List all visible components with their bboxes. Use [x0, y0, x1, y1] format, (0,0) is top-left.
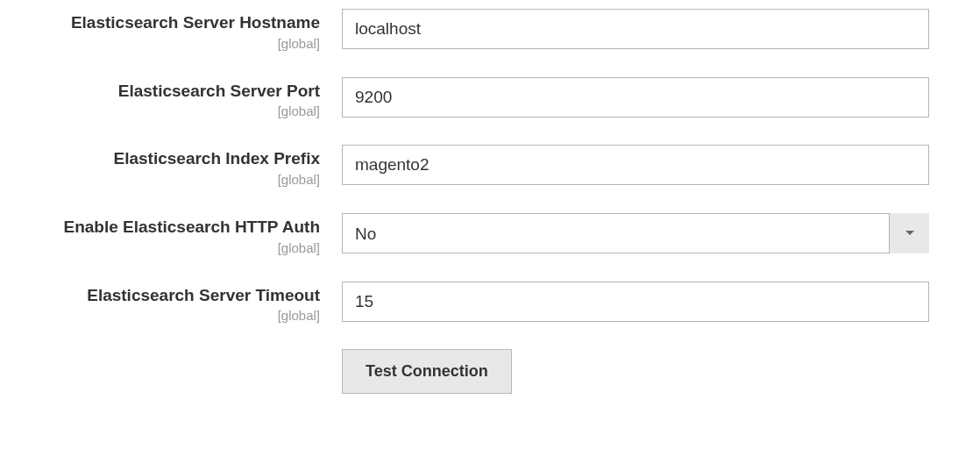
select-wrap: No: [342, 213, 929, 253]
control-col: [342, 282, 929, 322]
control-col: No: [342, 213, 929, 253]
index-prefix-scope: [global]: [26, 172, 320, 187]
port-label: Elasticsearch Server Port: [26, 81, 320, 103]
label-col: Elasticsearch Server Timeout [global]: [26, 282, 342, 324]
port-input[interactable]: [342, 77, 929, 118]
field-row-http-auth: Enable Elasticsearch HTTP Auth [global] …: [26, 213, 954, 255]
control-col: [342, 77, 929, 118]
hostname-label: Elasticsearch Server Hostname: [26, 12, 320, 34]
control-col: [342, 145, 929, 185]
label-col: Elasticsearch Server Hostname [global]: [26, 9, 342, 51]
hostname-scope: [global]: [26, 36, 320, 51]
label-col: Enable Elasticsearch HTTP Auth [global]: [26, 213, 342, 255]
control-col: [342, 9, 929, 49]
field-row-hostname: Elasticsearch Server Hostname [global]: [26, 9, 954, 51]
http-auth-scope: [global]: [26, 240, 320, 255]
field-row-index-prefix: Elasticsearch Index Prefix [global]: [26, 145, 954, 187]
timeout-input[interactable]: [342, 282, 929, 322]
index-prefix-input[interactable]: [342, 145, 929, 185]
timeout-label: Elasticsearch Server Timeout: [26, 285, 320, 307]
hostname-input[interactable]: [342, 9, 929, 49]
field-row-timeout: Elasticsearch Server Timeout [global]: [26, 282, 954, 324]
button-row: Test Connection: [26, 349, 954, 394]
label-col: [26, 349, 342, 353]
port-scope: [global]: [26, 103, 320, 118]
http-auth-select[interactable]: No: [342, 213, 929, 253]
label-col: Elasticsearch Server Port [global]: [26, 77, 342, 119]
label-col: Elasticsearch Index Prefix [global]: [26, 145, 342, 187]
http-auth-label: Enable Elasticsearch HTTP Auth: [26, 217, 320, 239]
timeout-scope: [global]: [26, 308, 320, 323]
control-col: Test Connection: [342, 349, 929, 394]
test-connection-button[interactable]: Test Connection: [342, 349, 512, 394]
field-row-port: Elasticsearch Server Port [global]: [26, 77, 954, 119]
index-prefix-label: Elasticsearch Index Prefix: [26, 148, 320, 170]
